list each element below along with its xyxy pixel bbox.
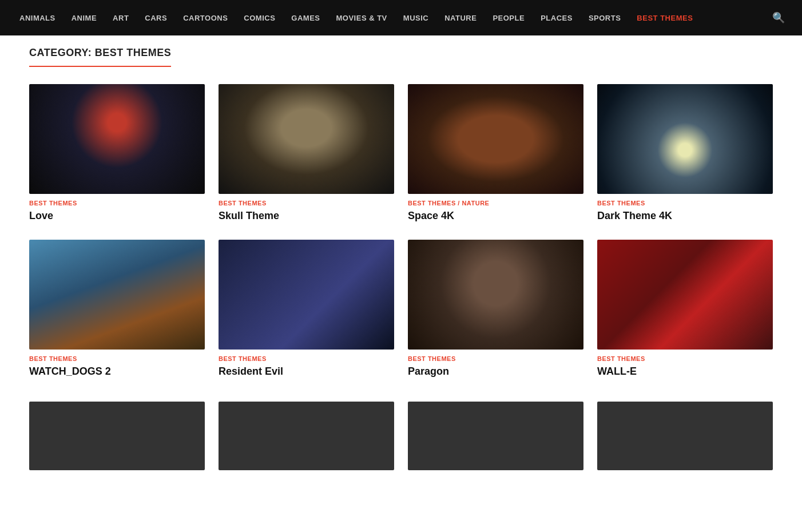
partial-grid [29, 402, 773, 470]
card-category: BEST THEMES [219, 355, 394, 362]
card-category: BEST THEMES [597, 355, 773, 362]
card-thumbnail [597, 84, 773, 194]
card-paragon[interactable]: BEST THEMES Paragon [408, 240, 583, 378]
card-thumbnail [408, 84, 583, 194]
card-partial-ironman[interactable] [219, 402, 394, 470]
nav-item-nature[interactable]: NATURE [436, 2, 485, 34]
card-thumbnail [597, 402, 773, 470]
card-title: WALL-E [597, 365, 773, 378]
nav-links: ANIMALSANIMEARTCARSCARTOONSCOMICSGAMESMO… [11, 2, 701, 34]
card-dark-theme-4k[interactable]: BEST THEMES Dark Theme 4K [597, 84, 773, 223]
nav-item-music[interactable]: MUSIC [395, 2, 436, 34]
card-thumbnail [219, 84, 394, 194]
card-category: BEST THEMES [29, 355, 205, 362]
card-partial-nature2[interactable] [597, 402, 773, 470]
card-thumbnail [408, 240, 583, 350]
card-space-4k[interactable]: BEST THEMES / NATURE Space 4K [408, 84, 583, 223]
card-thumbnail [408, 402, 583, 470]
card-wall-e[interactable]: BEST THEMES WALL-E [597, 240, 773, 378]
card-thumbnail [29, 84, 205, 194]
nav-item-movies---tv[interactable]: MOVIES & TV [328, 2, 395, 34]
card-thumbnail [219, 240, 394, 350]
card-category: BEST THEMES [408, 355, 583, 362]
card-resident-evil[interactable]: BEST THEMES Resident Evil [219, 240, 394, 378]
card-title: Dark Theme 4K [597, 209, 773, 223]
nav-item-art[interactable]: ART [105, 2, 137, 34]
navigation: ANIMALSANIMEARTCARSCARTOONSCOMICSGAMESMO… [0, 0, 802, 35]
nav-item-sports[interactable]: SPORTS [581, 2, 629, 34]
card-thumbnail [29, 402, 205, 470]
search-icon[interactable]: 🔍 [767, 0, 791, 35]
card-title: Paragon [408, 365, 583, 378]
card-love[interactable]: BEST THEMES Love [29, 84, 205, 223]
card-watch-dogs-2[interactable]: BEST THEMES WATCH_DOGS 2 [29, 240, 205, 378]
page-content: CATEGORY: BEST THEMES BEST THEMES Love B… [18, 35, 784, 482]
card-title: Skull Theme [219, 209, 394, 223]
card-thumbnail [219, 402, 394, 470]
nav-item-people[interactable]: PEOPLE [485, 2, 533, 34]
nav-item-cars[interactable]: CARS [137, 2, 175, 34]
card-partial-dark2[interactable] [408, 402, 583, 470]
card-thumbnail [597, 240, 773, 350]
card-title: WATCH_DOGS 2 [29, 365, 205, 378]
card-category: BEST THEMES / NATURE [408, 200, 583, 207]
cards-grid: BEST THEMES Love BEST THEMES Skull Theme… [29, 84, 773, 379]
card-category: BEST THEMES [219, 200, 394, 207]
nav-item-anime[interactable]: ANIME [63, 2, 105, 34]
page-title: CATEGORY: BEST THEMES [29, 47, 171, 67]
card-category: BEST THEMES [29, 200, 205, 207]
nav-item-places[interactable]: PLACES [533, 2, 581, 34]
nav-item-cartoons[interactable]: CARTOONS [175, 2, 236, 34]
card-category: BEST THEMES [597, 200, 773, 207]
card-partial-minions[interactable] [29, 402, 205, 470]
card-thumbnail [29, 240, 205, 350]
card-skull-theme[interactable]: BEST THEMES Skull Theme [219, 84, 394, 223]
card-title: Resident Evil [219, 365, 394, 378]
card-title: Love [29, 209, 205, 223]
card-title: Space 4K [408, 209, 583, 223]
nav-item-comics[interactable]: COMICS [236, 2, 283, 34]
nav-item-games[interactable]: GAMES [283, 2, 328, 34]
nav-item-animals[interactable]: ANIMALS [11, 2, 63, 34]
nav-item-best-themes[interactable]: BEST THEMES [629, 2, 701, 34]
